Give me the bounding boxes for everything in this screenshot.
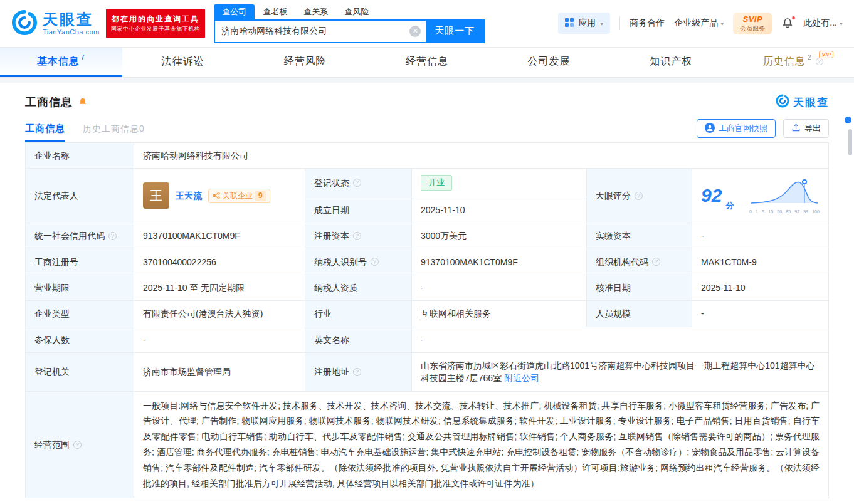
establish-date-value: 2025-11-10 (412, 197, 587, 223)
export-button[interactable]: 导出 (783, 119, 829, 138)
notification-bell[interactable] (781, 17, 794, 29)
tab-basic-info[interactable]: 基本信息 7 (0, 48, 122, 77)
tab-basic-info-count: 7 (81, 53, 85, 61)
help-icon[interactable]: ? (371, 258, 379, 266)
floating-widget-button[interactable] (845, 117, 851, 123)
table-row: 经营范围? 一般项目:网络与信息安全软件开发; 技术服务、技术开发、技术咨询、技… (26, 391, 829, 498)
tianyancha-logo[interactable]: 天眼查 TianYanCha.com (11, 9, 100, 38)
tianyancha-swirl-icon (11, 9, 38, 38)
search-tab-boss[interactable]: 查老板 (255, 4, 295, 19)
establish-date-label: 成立日期 (305, 197, 412, 223)
tianyancha-swirl-icon (776, 94, 789, 110)
credit-code-label: 统一社会信用代码? (26, 223, 134, 249)
paid-capital-value: - (692, 223, 829, 249)
legal-rep-name-link[interactable]: 王天流 (176, 189, 202, 202)
help-icon[interactable]: ? (652, 258, 660, 266)
logo-text-en: TianYanCha.com (43, 28, 100, 36)
company-type-value: 有限责任公司(港澳台法人独资) (134, 301, 305, 327)
tab-operation-risk[interactable]: 经营风险 (244, 48, 366, 77)
svip-sublabel: 会员服务 (740, 24, 765, 33)
search-button[interactable]: 天眼一下 (426, 21, 483, 42)
tab-history-info[interactable]: 历史信息 2 ? VIP (732, 48, 854, 77)
org-code-value: MAK1CT0M-9 (692, 249, 829, 275)
industry-value: 互联网和相关服务 (412, 301, 587, 327)
search-box: ✕ 天眼一下 (214, 19, 485, 43)
table-row: 工商注册号 370100400022256 纳税人识别号? 91370100MA… (26, 249, 829, 275)
reg-status-label: 登记状态? (305, 169, 412, 197)
tab-intellectual-property[interactable]: 知识产权 (610, 48, 732, 77)
approval-date-label: 核准日期 (587, 275, 692, 301)
reg-number-label: 工商注册号 (26, 249, 134, 275)
business-info-section: 工商信息 天眼查 工商信息 历史工商信息0 (0, 94, 854, 498)
watermark-logo: 天眼查 (776, 94, 829, 110)
taxpayer-id-label: 纳税人识别号? (305, 249, 412, 275)
score-axis: 0131550859799100 (749, 209, 820, 214)
reg-status-value: 开业 (412, 169, 587, 197)
business-term-value: 2025-11-10 至 无固定期限 (134, 275, 305, 301)
reg-capital-value: 3000万美元 (412, 223, 587, 249)
enterprise-products-menu[interactable]: 企业级产品 ▾ (674, 18, 724, 29)
status-badge: 开业 (421, 175, 452, 191)
tab-legal-proceedings-label: 法律诉讼 (162, 55, 204, 68)
apps-menu[interactable]: 应用 ▾ (558, 13, 610, 34)
subscribe-bell-icon[interactable] (78, 97, 88, 107)
svip-label: SVIP (740, 14, 765, 25)
related-companies-badge[interactable]: 关联企业 9 (208, 189, 270, 203)
nearby-companies-link[interactable]: 附近公司 (504, 373, 539, 383)
chevron-down-icon: ▾ (720, 20, 724, 27)
reg-authority-value: 济南市市场监督管理局 (134, 352, 305, 391)
search-input[interactable] (215, 21, 409, 42)
table-row: 登记机关 济南市市场监督管理局 注册地址? 山东省济南市历城区彩石街道虎山北路1… (26, 352, 829, 391)
enterprise-products-label: 企业级产品 (674, 18, 718, 29)
brand-slogan-badge: 都在用的商业查询工具 国家中小企业发展子基金旗下机构 (106, 9, 206, 38)
help-icon[interactable]: ? (73, 441, 82, 449)
business-scope-text: 一般项目:网络与信息安全软件开发; 技术服务、技术开发、技术咨询、技术交流、技术… (143, 398, 820, 491)
divider (0, 78, 854, 83)
insured-label: 参保人数 (26, 327, 134, 352)
taxpayer-id-value: 91370100MAK1CT0M9F (412, 249, 587, 275)
clear-search-icon[interactable]: ✕ (409, 26, 421, 37)
user-label: 此处有... (803, 18, 837, 29)
search-tab-company[interactable]: 查公司 (214, 4, 255, 19)
help-icon[interactable]: ? (108, 232, 117, 240)
legal-rep-label: 法定代表人 (26, 169, 134, 223)
apps-label: 应用 (578, 18, 596, 29)
score-distribution-chart: 0131550859799100 (749, 178, 820, 213)
scrollbar-thumb[interactable] (848, 129, 852, 155)
company-type-label: 企业类型 (26, 301, 134, 327)
staff-size-label: 人员规模 (587, 301, 692, 327)
tab-legal-proceedings[interactable]: 法律诉讼 (122, 48, 245, 77)
search-tabs: 查公司 查老板 查关系 查风险 (214, 4, 485, 19)
help-icon[interactable]: ? (353, 179, 361, 187)
tab-company-development[interactable]: 公司发展 (488, 48, 610, 77)
svip-membership-badge[interactable]: SVIP 会员服务 (733, 13, 772, 35)
notification-dot (791, 16, 796, 20)
help-icon[interactable]: ? (353, 232, 361, 240)
subtab-history-business-info[interactable]: 历史工商信息0 (83, 123, 145, 142)
official-snapshot-button[interactable]: 工商官网快照 (697, 119, 776, 138)
table-row: 企业类型 有限责任公司(港澳台法人独资) 行业 互联网和相关服务 人员规模 - (26, 301, 829, 327)
top-bar: 天眼查 TianYanCha.com 都在用的商业查询工具 国家中小企业发展子基… (0, 0, 854, 48)
legal-rep-avatar[interactable]: 王 (143, 182, 169, 209)
search-tab-risk[interactable]: 查风险 (336, 4, 377, 19)
related-companies-label: 关联企业 (223, 191, 253, 201)
reg-capital-label: 注册资本? (305, 223, 412, 249)
tab-history-info-label: 历史信息 (763, 55, 806, 68)
business-term-label: 营业期限 (26, 275, 134, 301)
tab-operation-info[interactable]: 经营信息 (366, 48, 488, 77)
tab-operation-info-label: 经营信息 (406, 55, 448, 68)
biz-cooperation-link[interactable]: 商务合作 (630, 18, 665, 29)
subtab-current-business-info[interactable]: 工商信息 (25, 123, 65, 142)
help-icon[interactable]: ? (353, 368, 361, 376)
english-name-label: 英文名称 (305, 327, 412, 352)
chevron-down-icon: ▾ (840, 20, 843, 27)
help-icon[interactable]: ? (635, 192, 643, 200)
search-tab-relation[interactable]: 查关系 (295, 4, 336, 19)
table-row: 企业名称 济南哈动网络科技有限公司 (26, 143, 829, 169)
staff-size-value: - (692, 301, 829, 327)
user-menu[interactable]: 此处有... ▾ (803, 18, 843, 29)
industry-label: 行业 (305, 301, 412, 327)
related-companies-count: 9 (255, 191, 266, 201)
score-marker-pin (803, 180, 806, 184)
help-icon[interactable]: ? (816, 58, 823, 65)
